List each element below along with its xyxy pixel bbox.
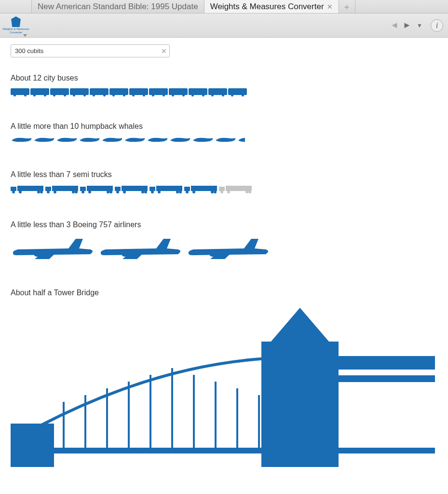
nav-forward-button[interactable]: ► xyxy=(402,20,412,31)
comparison-block: About 12 city buses xyxy=(11,74,437,95)
svg-rect-32 xyxy=(11,448,435,453)
plane-icon xyxy=(11,235,97,261)
svg-rect-38 xyxy=(339,375,435,382)
whale-icon xyxy=(147,137,168,143)
bus-icon xyxy=(11,88,29,95)
comparison-row xyxy=(11,235,437,261)
sidebar-stub xyxy=(0,0,32,13)
bus-icon xyxy=(129,88,148,95)
whale-icon xyxy=(192,137,214,143)
new-tab-button[interactable]: ＋ xyxy=(339,0,355,13)
bus-icon xyxy=(189,88,207,95)
whale-icon xyxy=(169,137,191,143)
comparison-label: A little less than 3 Boeing 757 airliner… xyxy=(11,220,437,229)
comparison-label: About 12 city buses xyxy=(11,74,437,82)
bus-icon xyxy=(228,88,247,95)
whale-icon xyxy=(215,137,236,143)
whale-icon xyxy=(237,137,245,143)
svg-rect-30 xyxy=(11,424,54,467)
svg-marker-35 xyxy=(271,308,329,342)
comparison-row xyxy=(11,88,437,95)
svg-rect-37 xyxy=(339,356,435,370)
bus-icon xyxy=(109,88,128,95)
comparison-label: A little more than 10 humpback whales xyxy=(11,122,437,131)
search-wrap: ✕ xyxy=(11,44,170,57)
truck-icon xyxy=(184,185,218,193)
comparison-block: A little less than 7 semi trucks xyxy=(11,170,437,193)
tab-strip: New American Standard Bible: 1995 Update… xyxy=(0,0,448,14)
clear-input-icon[interactable]: ✕ xyxy=(161,47,167,55)
whale-icon xyxy=(11,137,32,143)
truck-icon xyxy=(45,185,79,193)
converter-icon xyxy=(11,16,21,27)
svg-rect-33 xyxy=(261,342,339,467)
measure-input[interactable] xyxy=(11,44,170,57)
whale-icon xyxy=(56,137,78,143)
nav-back-button[interactable]: ◄ xyxy=(389,20,400,31)
bus-icon xyxy=(208,88,227,95)
chevron-down-icon xyxy=(23,34,27,37)
comparison-row xyxy=(11,185,437,193)
toolbar: Weights & Measures Converter ◄ ► ▼ i xyxy=(0,14,448,38)
plane-icon xyxy=(98,235,185,261)
whale-icon xyxy=(124,137,146,143)
whale-icon xyxy=(79,137,100,143)
plane-icon xyxy=(186,235,273,261)
tab-close-icon[interactable]: ✕ xyxy=(327,3,333,11)
info-button[interactable]: i xyxy=(431,19,443,32)
bus-icon xyxy=(50,88,69,95)
bus-icon xyxy=(70,88,89,95)
comparison-row xyxy=(11,137,437,143)
panel-switcher[interactable]: Weights & Measures Converter xyxy=(0,14,32,38)
nav-history-dropdown[interactable]: ▼ xyxy=(414,20,425,31)
tower-bridge-graphic xyxy=(11,303,435,477)
tab-nasb[interactable]: New American Standard Bible: 1995 Update xyxy=(32,0,204,13)
comparison-block: A little less than 3 Boeing 757 airliner… xyxy=(11,220,437,261)
comparison-label: About half a Tower Bridge xyxy=(11,288,437,297)
tab-converter-label: Weights & Measures Converter xyxy=(210,2,324,12)
truck-icon xyxy=(219,185,253,193)
content-area: ✕ About 12 city busesA little more than … xyxy=(0,38,448,494)
truck-icon xyxy=(11,185,44,193)
bus-icon xyxy=(169,88,188,95)
comparison-block: A little more than 10 humpback whales xyxy=(11,122,437,143)
comparison-label: A little less than 7 semi trucks xyxy=(11,170,437,179)
bus-icon xyxy=(149,88,168,95)
whale-icon xyxy=(33,137,55,143)
truck-icon xyxy=(80,185,114,193)
tab-converter[interactable]: Weights & Measures Converter ✕ xyxy=(204,0,339,13)
whale-icon xyxy=(101,137,123,143)
converter-icon-caption: Weights & Measures Converter xyxy=(0,27,32,34)
tab-nasb-label: New American Standard Bible: 1995 Update xyxy=(38,2,198,12)
bus-icon xyxy=(30,88,49,95)
bus-icon xyxy=(90,88,109,95)
truck-icon xyxy=(115,185,149,193)
comparison-block: About half a Tower Bridge xyxy=(11,288,437,477)
truck-icon xyxy=(149,185,183,193)
